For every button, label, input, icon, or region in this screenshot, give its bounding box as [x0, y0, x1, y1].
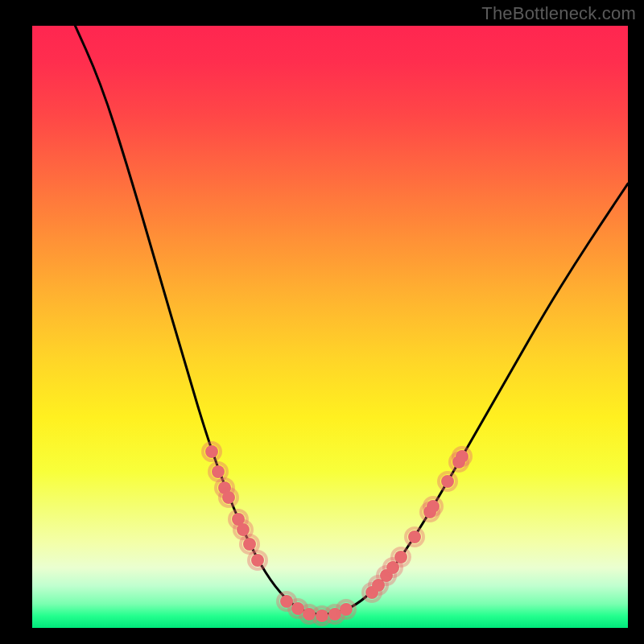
- data-marker: [456, 450, 469, 463]
- marker-group: [203, 443, 471, 625]
- data-marker: [427, 500, 440, 513]
- data-marker: [340, 603, 353, 616]
- watermark-text: TheBottleneck.com: [481, 3, 636, 24]
- data-marker: [212, 465, 225, 478]
- curve-layer: [32, 26, 628, 628]
- data-marker: [243, 538, 256, 551]
- data-marker: [205, 445, 218, 458]
- data-marker: [394, 551, 407, 564]
- data-marker: [441, 475, 454, 488]
- chart-root: TheBottleneck.com: [0, 0, 644, 644]
- data-marker: [251, 554, 264, 567]
- plot-area: [32, 26, 628, 628]
- data-marker: [222, 491, 235, 504]
- bottleneck-curve: [71, 26, 628, 614]
- data-marker: [408, 530, 421, 543]
